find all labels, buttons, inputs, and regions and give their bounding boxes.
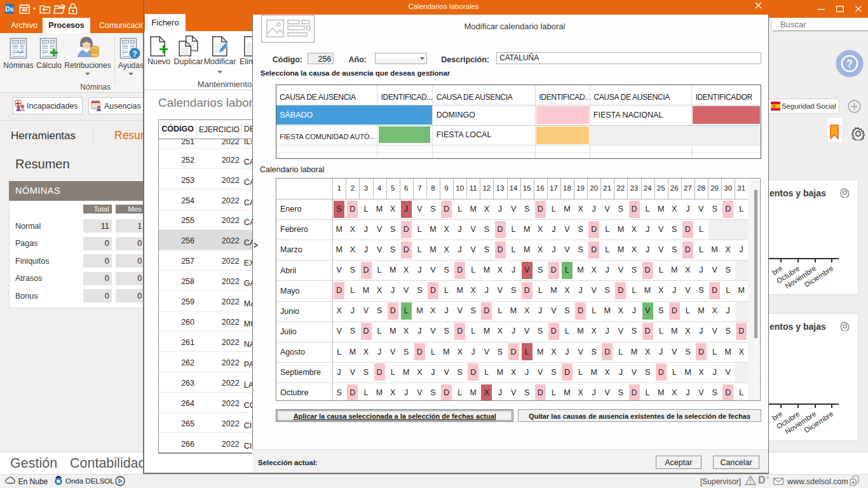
svg-text:Ds: Ds	[5, 5, 14, 13]
svg-text:?: ?	[132, 49, 137, 58]
svg-text:?: ?	[846, 58, 853, 69]
